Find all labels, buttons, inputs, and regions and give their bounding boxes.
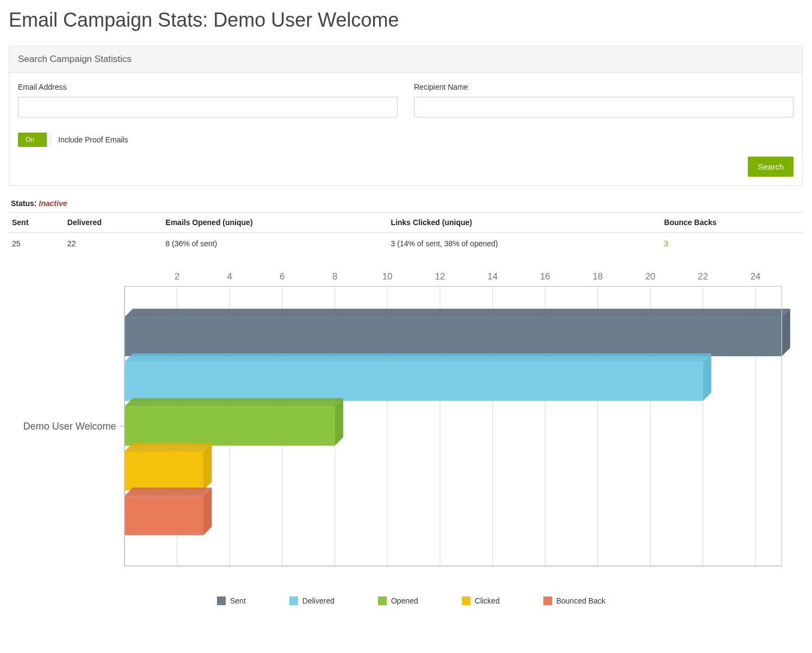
include-proof-toggle[interactable]: On [18, 133, 52, 147]
table-row: 25 22 8 (36% of sent) 3 (14% of sent, 38… [9, 233, 803, 255]
legend-swatch [378, 596, 387, 605]
include-proof-label: Include Proof Emails [58, 135, 128, 144]
svg-text:2: 2 [175, 271, 179, 282]
td-clicked: 3 (14% of sent, 38% of opened) [388, 233, 661, 255]
svg-text:6: 6 [280, 271, 284, 282]
svg-text:22: 22 [698, 271, 708, 282]
svg-marker-37 [335, 398, 343, 445]
legend-swatch [543, 596, 552, 605]
legend-label: Clicked [475, 596, 500, 605]
svg-text:10: 10 [382, 271, 393, 282]
email-address-label: Email Address [18, 83, 398, 91]
legend-swatch [217, 596, 226, 605]
svg-rect-32 [125, 362, 703, 401]
svg-text:20: 20 [645, 271, 655, 282]
svg-marker-33 [125, 353, 711, 362]
legend-label: Bounced Back [556, 596, 605, 605]
th-clicked: Links Clicked (unique) [388, 213, 661, 233]
legend-label: Delivered [302, 596, 334, 605]
status-line: Status: Inactive [11, 199, 803, 208]
svg-marker-39 [125, 443, 212, 451]
legend-item: Clicked [462, 596, 500, 605]
svg-marker-40 [203, 443, 212, 490]
search-panel-heading: Search Campaign Statistics [9, 46, 802, 73]
svg-marker-31 [782, 309, 790, 356]
svg-rect-41 [125, 496, 203, 535]
legend-item: Delivered [289, 596, 334, 605]
page-title: Email Campaign Stats: Demo User Welcome [9, 9, 803, 32]
campaign-chart: 24681012141618202224Demo User Welcome Se… [9, 265, 803, 605]
svg-marker-42 [125, 488, 212, 496]
svg-rect-38 [125, 451, 203, 490]
th-delivered: Delivered [64, 213, 162, 233]
svg-marker-43 [203, 488, 212, 535]
status-value: Inactive [39, 199, 67, 208]
svg-text:4: 4 [227, 271, 232, 282]
svg-text:Demo User Welcome: Demo User Welcome [23, 421, 116, 432]
svg-text:24: 24 [751, 271, 761, 282]
svg-text:12: 12 [435, 271, 445, 282]
toggle-state-text: On [26, 136, 34, 144]
td-sent: 25 [9, 233, 64, 255]
th-bounced: Bounce Backs [661, 213, 803, 233]
svg-marker-34 [703, 353, 711, 401]
legend-label: Sent [230, 596, 246, 605]
bar-chart: 24681012141618202224Demo User Welcome [20, 265, 803, 587]
svg-text:18: 18 [593, 271, 603, 282]
svg-marker-36 [125, 398, 343, 406]
td-bounced: 3 [661, 233, 803, 255]
chart-legend: SentDeliveredOpenedClickedBounced Back [20, 596, 803, 605]
recipient-name-label: Recipient Name [414, 83, 794, 91]
bounced-link[interactable]: 3 [664, 239, 668, 248]
svg-rect-35 [125, 407, 335, 446]
legend-swatch [462, 596, 470, 605]
svg-text:14: 14 [487, 271, 498, 282]
status-label: Status: [11, 199, 36, 208]
svg-marker-30 [125, 309, 790, 317]
svg-text:8: 8 [332, 271, 337, 282]
recipient-name-input[interactable] [414, 97, 794, 117]
legend-item: Sent [217, 596, 246, 605]
svg-text:16: 16 [540, 271, 550, 282]
td-opened: 8 (36% of sent) [162, 233, 387, 255]
th-sent: Sent [9, 213, 64, 233]
svg-rect-29 [125, 317, 782, 356]
th-opened: Emails Opened (unique) [162, 213, 387, 233]
legend-item: Opened [378, 596, 418, 605]
legend-swatch [289, 596, 298, 605]
search-button[interactable]: Search [748, 157, 794, 177]
legend-item: Bounced Back [543, 596, 605, 605]
td-delivered: 22 [64, 233, 162, 255]
email-address-input[interactable] [18, 97, 398, 117]
stats-table: Sent Delivered Emails Opened (unique) Li… [9, 212, 803, 254]
legend-label: Opened [391, 596, 418, 605]
search-panel: Search Campaign Statistics Email Address… [9, 46, 803, 186]
